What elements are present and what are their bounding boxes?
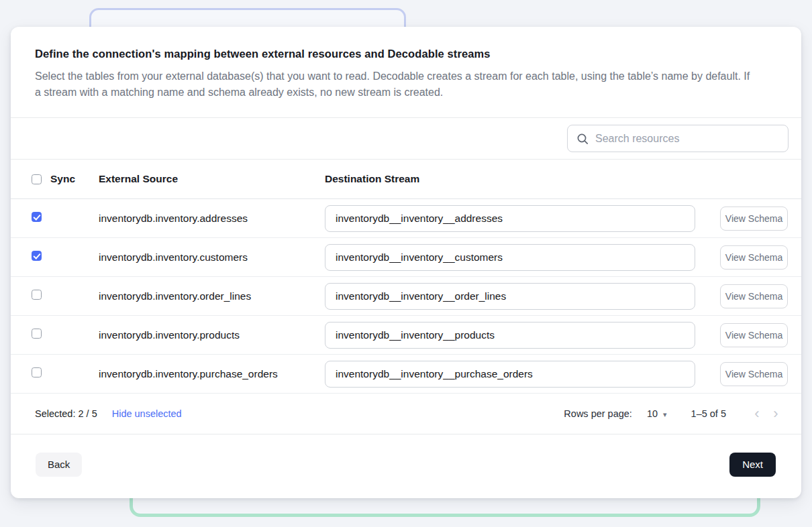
page-range-label: 1–5 of 5 xyxy=(691,408,726,419)
column-header-sync: Sync xyxy=(50,173,75,185)
table-row: inventorydb.inventory.products View Sche… xyxy=(11,316,801,355)
destination-stream-input[interactable] xyxy=(325,322,695,349)
rows-per-page-label: Rows per page: xyxy=(564,408,632,419)
rows-per-page-value: 10 xyxy=(647,408,658,419)
table-body: inventorydb.inventory.addresses View Sch… xyxy=(11,199,801,394)
table-footer: Selected: 2 / 5 Hide unselected Rows per… xyxy=(11,394,801,434)
view-schema-button[interactable]: View Schema xyxy=(720,323,788,347)
search-icon xyxy=(576,133,589,145)
column-header-external-source: External Source xyxy=(99,173,325,185)
selected-count: Selected: 2 / 5 xyxy=(35,408,97,419)
chevron-down-icon: ▾ xyxy=(663,410,667,419)
table-row: inventorydb.inventory.addresses View Sch… xyxy=(11,199,801,238)
search-input[interactable] xyxy=(595,133,780,145)
sync-checkbox[interactable] xyxy=(32,251,42,261)
column-header-destination-stream: Destination Stream xyxy=(325,173,707,185)
table-row: inventorydb.inventory.purchase_orders Vi… xyxy=(11,355,801,394)
sync-checkbox[interactable] xyxy=(32,212,42,222)
sync-checkbox[interactable] xyxy=(32,329,42,339)
sync-checkbox[interactable] xyxy=(32,290,42,300)
dialog-header: Define the connection's mapping between … xyxy=(11,27,801,117)
table-row: inventorydb.inventory.order_lines View S… xyxy=(11,277,801,316)
table-header-row: Sync External Source Destination Stream xyxy=(11,159,801,199)
view-schema-button[interactable]: View Schema xyxy=(720,284,788,308)
destination-stream-input[interactable] xyxy=(325,205,695,232)
destination-stream-input[interactable] xyxy=(325,244,695,271)
destination-stream-input[interactable] xyxy=(325,283,695,310)
search-toolbar xyxy=(11,118,801,159)
dialog-description: Select the tables from your external dat… xyxy=(35,68,757,101)
view-schema-button[interactable]: View Schema xyxy=(720,207,788,231)
view-schema-button[interactable]: View Schema xyxy=(720,362,788,386)
external-source-label: inventorydb.inventory.addresses xyxy=(99,213,325,225)
back-button[interactable]: Back xyxy=(36,453,82,477)
select-all-checkbox[interactable] xyxy=(32,174,42,184)
view-schema-button[interactable]: View Schema xyxy=(720,245,788,270)
rows-per-page-select[interactable]: 10 ▾ xyxy=(647,408,667,419)
external-source-label: inventorydb.inventory.products xyxy=(99,329,325,341)
external-source-label: inventorydb.inventory.purchase_orders xyxy=(99,368,325,380)
previous-page-button[interactable]: ‹ xyxy=(748,404,766,423)
hide-unselected-link[interactable]: Hide unselected xyxy=(112,408,182,419)
sync-checkbox[interactable] xyxy=(32,367,42,377)
destination-stream-input[interactable] xyxy=(325,361,695,388)
resource-mapping-dialog: Define the connection's mapping between … xyxy=(11,27,801,498)
next-page-button[interactable]: › xyxy=(766,404,785,423)
next-button[interactable]: Next xyxy=(729,453,776,477)
search-box[interactable] xyxy=(567,125,789,152)
dialog-title: Define the connection's mapping between … xyxy=(35,48,777,60)
dialog-actions: Back Next xyxy=(11,434,801,498)
external-source-label: inventorydb.inventory.order_lines xyxy=(99,290,325,302)
external-source-label: inventorydb.inventory.customers xyxy=(99,251,325,264)
table-row: inventorydb.inventory.customers View Sch… xyxy=(11,238,801,277)
